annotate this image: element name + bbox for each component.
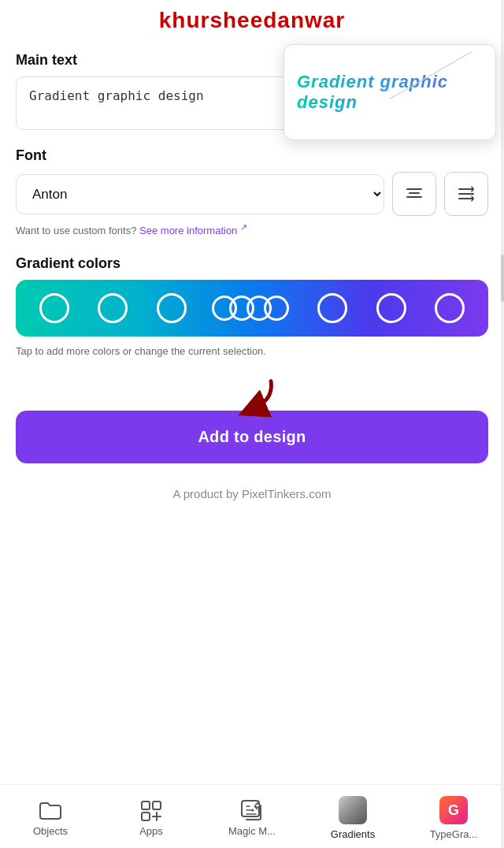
svg-rect-8 <box>153 802 161 809</box>
folder-icon <box>39 799 62 821</box>
nav-label-apps: Apps <box>139 825 163 837</box>
line-spacing-button[interactable] <box>444 172 488 216</box>
custom-fonts-hint: Want to use custom fonts? See more infor… <box>16 222 488 236</box>
nav-item-objects[interactable]: Objects <box>19 799 82 837</box>
nav-label-objects: Objects <box>33 825 68 837</box>
arrow-container <box>16 375 488 418</box>
apps-icon <box>139 799 163 821</box>
line-spacing-icon <box>458 185 475 203</box>
gradient-bar <box>16 280 488 337</box>
scrollbar[interactable] <box>501 0 504 848</box>
nav-item-magic[interactable]: Magic M... <box>220 799 284 837</box>
preview-popup: Gradient graphic design <box>284 44 496 140</box>
nav-item-typegra[interactable]: G TypeGra... <box>422 796 485 840</box>
svg-rect-7 <box>142 802 150 809</box>
nav-item-gradients[interactable]: Gradients <box>321 796 384 840</box>
nav-item-apps[interactable]: Apps <box>120 799 183 837</box>
nav-label-magic: Magic M... <box>228 825 276 837</box>
gradient-circle-6[interactable] <box>376 293 406 323</box>
gradient-circle-7[interactable] <box>435 293 465 323</box>
font-row: Anton <box>16 172 488 216</box>
typegra-icon: G <box>439 796 468 824</box>
top-bar: khursheedanwar <box>0 0 504 38</box>
preview-text: Gradient graphic design <box>297 72 483 113</box>
arrow-icon <box>220 375 284 418</box>
gradients-icon <box>339 796 367 824</box>
nav-label-gradients: Gradients <box>331 828 375 840</box>
gradient-circle-4d[interactable] <box>264 296 289 321</box>
font-label: Font <box>16 147 488 164</box>
brand-title: khursheedanwar <box>159 8 346 33</box>
align-center-icon <box>406 185 423 203</box>
gradient-circle-3[interactable] <box>157 293 187 323</box>
gradient-circle-1[interactable] <box>39 293 69 323</box>
main-content: Gradient graphic design Main text Gradie… <box>0 52 504 532</box>
gradient-colors-label: Gradient colors <box>16 255 488 272</box>
scrollbar-thumb <box>501 255 504 302</box>
add-to-design-button[interactable]: Add to design <box>16 411 488 463</box>
see-more-info-link[interactable]: See more information ↗ <box>139 225 247 236</box>
gradient-hint: Tap to add more colors or change the cur… <box>16 344 488 359</box>
linked-circles-group <box>212 296 289 321</box>
nav-label-typegra: TypeGra... <box>430 828 478 840</box>
bottom-nav: Objects Apps Magic M... Gradients G <box>0 784 504 848</box>
magic-icon <box>240 799 264 821</box>
align-center-button[interactable] <box>392 172 436 216</box>
svg-rect-9 <box>142 813 150 820</box>
gradient-circle-2[interactable] <box>98 293 128 323</box>
external-link-icon: ↗ <box>240 222 247 232</box>
product-credit: A product by PixelTinkers.com <box>16 487 488 500</box>
font-select[interactable]: Anton <box>16 174 384 214</box>
preview-popup-inner: Gradient graphic design <box>297 61 483 124</box>
gradient-circle-5[interactable] <box>317 293 347 323</box>
